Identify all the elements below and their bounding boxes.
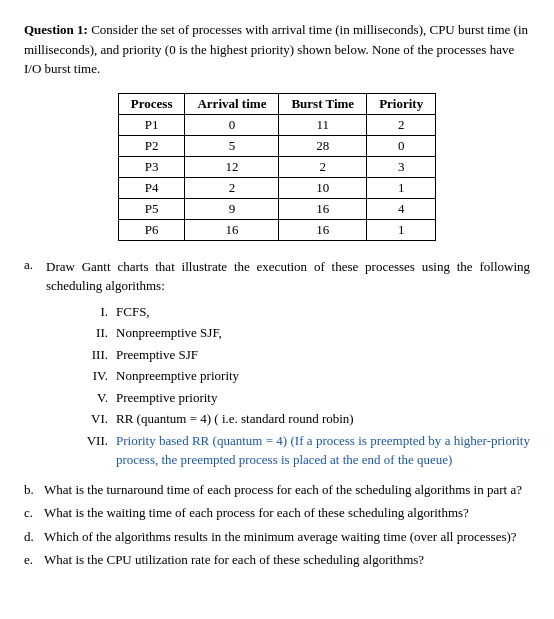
part-letter: d. (24, 527, 40, 547)
algorithm-number: I. (72, 302, 108, 322)
table-cell: 12 (185, 156, 279, 177)
question-header: Question 1: Consider the set of processe… (24, 20, 530, 79)
algorithm-item: VII.Priority based RR (quantum = 4) (If … (72, 431, 530, 470)
algorithm-description: Nonpreemptive SJF, (116, 323, 530, 343)
question-parts: b.What is the turnaround time of each pr… (24, 480, 530, 570)
col-header-arrival: Arrival time (185, 93, 279, 114)
part-letter: c. (24, 503, 40, 523)
part-letter: b. (24, 480, 40, 500)
part-text: What is the waiting time of each process… (44, 503, 530, 523)
table-cell: 3 (367, 156, 436, 177)
table-cell: P2 (118, 135, 185, 156)
algorithm-list: I.FCFS,II.Nonpreemptive SJF,III.Preempti… (72, 302, 530, 470)
algorithm-item: V.Preemptive priority (72, 388, 530, 408)
table-cell: 10 (279, 177, 367, 198)
algorithm-description: Priority based RR (quantum = 4) (If a pr… (116, 431, 530, 470)
table-container: Process Arrival time Burst Time Priority… (24, 93, 530, 241)
col-header-burst: Burst Time (279, 93, 367, 114)
algorithm-description: RR (quantum = 4) ( i.e. standard round r… (116, 409, 530, 429)
table-cell: 16 (279, 219, 367, 240)
question-part: c.What is the waiting time of each proce… (24, 503, 530, 523)
table-cell: 1 (367, 219, 436, 240)
table-cell: P5 (118, 198, 185, 219)
table-cell: 4 (367, 198, 436, 219)
question-part: b.What is the turnaround time of each pr… (24, 480, 530, 500)
table-cell: 28 (279, 135, 367, 156)
algorithm-number: VI. (72, 409, 108, 429)
table-cell: 0 (185, 114, 279, 135)
section-a: a. Draw Gantt charts that illustrate the… (24, 257, 530, 470)
table-row: P31223 (118, 156, 435, 177)
table-cell: 16 (185, 219, 279, 240)
table-cell: P6 (118, 219, 185, 240)
question-container: Question 1: Consider the set of processe… (24, 20, 530, 570)
table-cell: 2 (279, 156, 367, 177)
part-letter: e. (24, 550, 40, 570)
algorithm-item: VI.RR (quantum = 4) ( i.e. standard roun… (72, 409, 530, 429)
table-cell: 16 (279, 198, 367, 219)
section-a-letter: a. (24, 257, 40, 296)
algorithm-number: III. (72, 345, 108, 365)
question-intro-text: Consider the set of processes with arriv… (24, 22, 528, 76)
table-cell: P4 (118, 177, 185, 198)
table-header-row: Process Arrival time Burst Time Priority (118, 93, 435, 114)
algorithm-number: VII. (72, 431, 108, 470)
section-a-text: Draw Gantt charts that illustrate the ex… (46, 257, 530, 296)
part-text: What is the CPU utilization rate for eac… (44, 550, 530, 570)
table-row: P42101 (118, 177, 435, 198)
part-text: Which of the algorithms results in the m… (44, 527, 530, 547)
table-cell: 0 (367, 135, 436, 156)
algorithm-number: II. (72, 323, 108, 343)
table-row: P10112 (118, 114, 435, 135)
table-row: P25280 (118, 135, 435, 156)
algorithm-description: Nonpreemptive priority (116, 366, 530, 386)
col-header-priority: Priority (367, 93, 436, 114)
question-part: d.Which of the algorithms results in the… (24, 527, 530, 547)
algorithm-item: I.FCFS, (72, 302, 530, 322)
algorithm-description: FCFS, (116, 302, 530, 322)
algorithm-description: Preemptive priority (116, 388, 530, 408)
col-header-process: Process (118, 93, 185, 114)
table-cell: 2 (367, 114, 436, 135)
table-cell: 2 (185, 177, 279, 198)
table-cell: 9 (185, 198, 279, 219)
algorithm-number: IV. (72, 366, 108, 386)
table-cell: P3 (118, 156, 185, 177)
algorithm-item: III.Preemptive SJF (72, 345, 530, 365)
algorithm-item: IV.Nonpreemptive priority (72, 366, 530, 386)
table-cell: 11 (279, 114, 367, 135)
table-cell: P1 (118, 114, 185, 135)
question-number: Question 1: (24, 22, 88, 37)
table-row: P59164 (118, 198, 435, 219)
part-text: What is the turnaround time of each proc… (44, 480, 530, 500)
algorithm-item: II.Nonpreemptive SJF, (72, 323, 530, 343)
section-a-label: a. Draw Gantt charts that illustrate the… (24, 257, 530, 296)
question-part: e.What is the CPU utilization rate for e… (24, 550, 530, 570)
table-cell: 1 (367, 177, 436, 198)
table-cell: 5 (185, 135, 279, 156)
algorithm-description: Preemptive SJF (116, 345, 530, 365)
algorithm-number: V. (72, 388, 108, 408)
table-row: P616161 (118, 219, 435, 240)
process-table: Process Arrival time Burst Time Priority… (118, 93, 436, 241)
